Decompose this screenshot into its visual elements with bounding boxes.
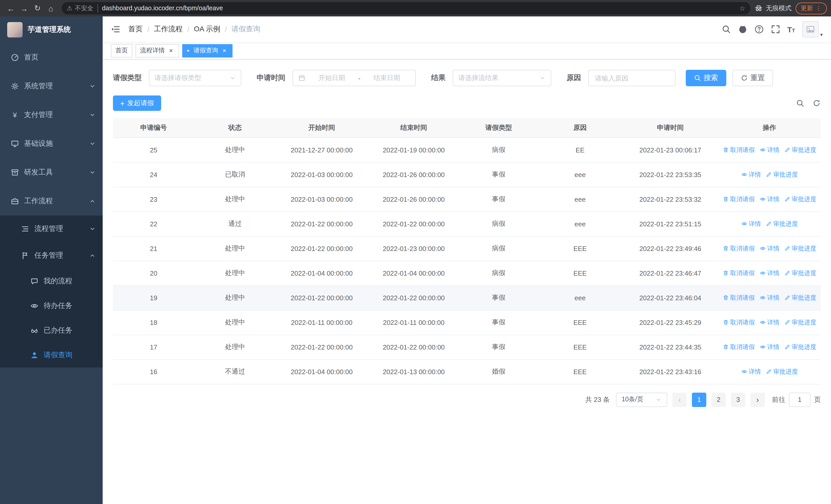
font-size-icon[interactable]: TT — [787, 25, 795, 33]
browser-reload-button[interactable]: ↻ — [31, 2, 44, 15]
approval-progress-link[interactable]: 审批进度 — [784, 343, 816, 351]
sidebar-item-workflow[interactable]: 工作流程 — [0, 187, 103, 215]
sidebar-item-devtools[interactable]: 研发工具 — [0, 158, 103, 187]
breadcrumb-item[interactable]: 工作流程 — [154, 25, 183, 34]
cancel-leave-link[interactable]: 取消请假 — [722, 195, 755, 204]
detail-link[interactable]: 详情 — [741, 170, 761, 179]
create-leave-button[interactable]: + 发起请假 — [113, 95, 161, 111]
user-menu[interactable]: ▾ — [802, 21, 823, 37]
browser-home-button[interactable]: ⌂ — [44, 2, 57, 15]
incognito-label: 无痕模式 — [766, 4, 792, 12]
tab-home[interactable]: 首页 — [111, 44, 133, 57]
page-button-2[interactable]: 2 — [711, 392, 726, 407]
tab-leave-query[interactable]: ● 请假查询 × — [182, 44, 232, 57]
cancel-leave-link[interactable]: 取消请假 — [722, 318, 755, 327]
browser-update-button[interactable]: 更新 ⋮ — [796, 2, 827, 14]
sidebar-logo[interactable]: 芋道管理系统 — [0, 17, 103, 43]
detail-link[interactable]: 详情 — [760, 293, 779, 302]
security-indicator[interactable]: ⚠ 不安全 — [67, 4, 98, 12]
detail-link[interactable]: 详情 — [760, 269, 779, 277]
dashboard-icon — [10, 53, 20, 62]
approval-progress-link[interactable]: 审批进度 — [784, 293, 816, 302]
goto-page-input[interactable] — [789, 392, 810, 407]
approval-progress-link[interactable]: 审批进度 — [784, 318, 816, 327]
bookmark-star-icon[interactable]: ☆ — [739, 4, 745, 12]
pen-icon — [784, 295, 790, 301]
tab-label: 首页 — [115, 46, 128, 55]
pen-icon — [766, 171, 772, 178]
detail-link[interactable]: 详情 — [760, 343, 779, 351]
address-bar[interactable]: ⚠ 不安全 dashboard.yudao.iocoder.cn/bpm/oa/… — [62, 2, 750, 14]
refresh-table-button[interactable] — [812, 99, 821, 107]
approval-progress-link[interactable]: 审批进度 — [766, 367, 798, 376]
col-header: 开始时间 — [276, 118, 368, 138]
browser-menu-icon[interactable]: ⋮ — [815, 5, 822, 12]
approval-progress-link[interactable]: 审批进度 — [766, 219, 798, 228]
approval-progress-link[interactable]: 审批进度 — [784, 195, 816, 204]
sidebar-item-system[interactable]: 系统管理 — [0, 72, 103, 100]
result-select[interactable]: 请选择流结果 — [453, 70, 551, 86]
browser-right-group: 无痕模式 更新 ⋮ — [754, 2, 827, 14]
github-icon[interactable] — [738, 25, 747, 34]
approval-progress-link[interactable]: 审批进度 — [766, 170, 798, 179]
pen-icon — [784, 270, 790, 276]
cancel-leave-link[interactable]: 取消请假 — [722, 343, 755, 351]
detail-link[interactable]: 详情 — [760, 146, 779, 154]
approval-progress-link[interactable]: 审批进度 — [784, 244, 816, 253]
screenshot-root: ← → ↻ ⌂ ⚠ 不安全 dashboard.yudao.iocoder.cn… — [0, 0, 831, 504]
sidebar-item-label: 待办任务 — [44, 301, 73, 310]
detail-link[interactable]: 详情 — [760, 195, 779, 204]
cancel-leave-link[interactable]: 取消请假 — [722, 146, 755, 154]
workflow-submenu: 流程管理 任务管理 我的流程 待办任务 — [0, 215, 103, 367]
page-button-3[interactable]: 3 — [731, 392, 745, 407]
trash-icon — [722, 344, 728, 350]
sidebar-item-leave-query[interactable]: 请假查询 — [0, 343, 103, 367]
reason-input[interactable] — [588, 70, 676, 86]
detail-link[interactable]: 详情 — [741, 219, 761, 228]
cancel-leave-link[interactable]: 取消请假 — [722, 269, 755, 277]
sidebar-item-task-mgmt[interactable]: 任务管理 — [0, 242, 103, 269]
sidebar-toggle-button[interactable] — [111, 25, 120, 34]
chevron-down-icon — [89, 141, 95, 147]
next-page-button[interactable]: › — [750, 392, 765, 407]
date-range-picker[interactable]: 开始日期 - 结束日期 — [292, 70, 416, 86]
apply-time-label: 申请时间 — [257, 73, 285, 83]
fullscreen-icon[interactable] — [771, 25, 780, 34]
list-icon — [21, 225, 30, 233]
close-icon[interactable]: × — [167, 47, 174, 54]
breadcrumb-item[interactable]: 首页 — [128, 25, 143, 34]
cancel-leave-link[interactable]: 取消请假 — [722, 244, 755, 253]
sidebar-item-payment[interactable]: ¥ 支付管理 — [0, 100, 103, 129]
trash-icon — [722, 295, 728, 301]
detail-link[interactable]: 详情 — [741, 367, 761, 376]
approval-progress-link[interactable]: 审批进度 — [784, 146, 816, 154]
detail-link[interactable]: 详情 — [760, 318, 779, 327]
approval-progress-link[interactable]: 审批进度 — [784, 269, 816, 277]
sidebar-item-label: 流程管理 — [34, 224, 63, 234]
toggle-search-button[interactable] — [796, 99, 804, 107]
search-button[interactable]: 搜索 — [686, 70, 726, 86]
reset-button[interactable]: 重置 — [733, 70, 773, 86]
help-icon[interactable] — [754, 25, 764, 34]
page-size-select[interactable]: 10条/页 — [616, 392, 667, 407]
search-icon[interactable] — [721, 25, 730, 34]
detail-link[interactable]: 详情 — [760, 244, 779, 253]
eye-icon — [30, 302, 39, 310]
prev-page-button[interactable]: ‹ — [672, 392, 687, 407]
cancel-leave-link[interactable]: 取消请假 — [722, 293, 755, 302]
browser-back-button[interactable]: ← — [4, 2, 18, 15]
browser-forward-button[interactable]: → — [18, 2, 31, 15]
sidebar-item-todo-tasks[interactable]: 待办任务 — [0, 294, 103, 318]
sidebar-item-done-tasks[interactable]: 已办任务 — [0, 318, 103, 343]
leave-type-select[interactable]: 请选择请假类型 — [149, 70, 241, 86]
tab-process-detail[interactable]: 流程详情 × — [136, 44, 179, 57]
sidebar-item-infra[interactable]: 基础设施 — [0, 129, 103, 158]
reason-label: 原因 — [567, 73, 581, 83]
sidebar-item-home[interactable]: 首页 — [0, 43, 103, 72]
page-button-1[interactable]: 1 — [692, 392, 706, 407]
sidebar-item-process-mgmt[interactable]: 流程管理 — [0, 215, 103, 242]
close-icon[interactable]: × — [221, 47, 228, 54]
sidebar-item-my-process[interactable]: 我的流程 — [0, 269, 103, 294]
table-header-row: 申请编号 状态 开始时间 结束时间 请假类型 原因 申请时间 操作 — [113, 118, 821, 138]
breadcrumb-item[interactable]: OA 示例 — [194, 25, 221, 34]
